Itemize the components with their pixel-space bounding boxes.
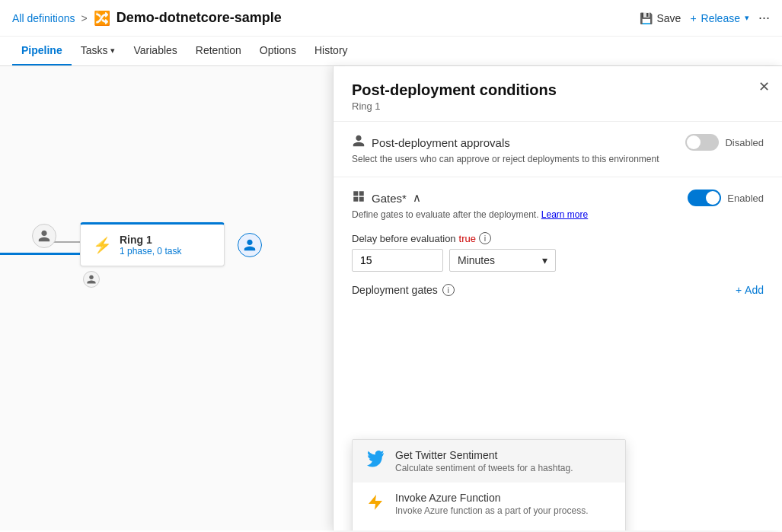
- add-icon: +: [736, 284, 742, 296]
- dropdown-item-azure-function[interactable]: Invoke Azure Function Invoke Azure funct…: [353, 483, 625, 525]
- twitter-desc: Calculate sentiment of tweets for a hash…: [395, 463, 573, 473]
- left-avatar: [32, 224, 56, 248]
- gates-toggle-label: Enabled: [727, 193, 764, 204]
- delay-unit-label: Minutes: [458, 254, 495, 266]
- tab-history[interactable]: History: [305, 37, 357, 65]
- approvals-title: Post-deployment approvals: [352, 134, 510, 151]
- release-button[interactable]: + Release ▾: [690, 12, 749, 24]
- svg-rect-1: [359, 191, 364, 196]
- approvals-section: Post-deployment approvals Disabled Selec…: [334, 122, 782, 177]
- tab-pipeline[interactable]: Pipeline: [12, 37, 72, 65]
- gates-title: Gates* ∧: [352, 190, 421, 206]
- azure-fn-title: Invoke Azure Function: [395, 492, 588, 504]
- release-plus-icon: +: [690, 12, 696, 24]
- deployment-gates-info-icon[interactable]: i: [442, 284, 455, 296]
- node-icon: ⚡: [93, 236, 112, 254]
- page-title: Demo-dotnetcore-sample: [117, 10, 282, 26]
- dropdown-item-rest-api[interactable]: Invoke REST API Invoke REST API as a par…: [353, 525, 625, 530]
- gates-icon: [352, 190, 365, 206]
- main-content: ⚡ Ring 1 1 phase, 0 task ✕ Pos: [0, 66, 782, 530]
- gates-section: Gates* ∧ Enabled Define gates to evaluat…: [334, 177, 782, 308]
- breadcrumb-link[interactable]: All definitions: [12, 12, 75, 24]
- azure-fn-desc: Invoke Azure function as a part of your …: [395, 505, 588, 516]
- pipeline-node-card[interactable]: ⚡ Ring 1 1 phase, 0 task: [80, 222, 225, 266]
- twitter-icon-container: [365, 449, 386, 470]
- breadcrumb-separator: >: [81, 12, 88, 24]
- right-avatar[interactable]: [238, 233, 262, 257]
- approvals-desc: Select the users who can approve or reje…: [352, 154, 764, 164]
- node-label: Ring 1: [120, 234, 181, 246]
- svg-rect-0: [353, 191, 358, 196]
- gates-header: Gates* ∧ Enabled: [352, 190, 764, 206]
- top-bar-right: 💾 Save + Release ▾ ···: [640, 10, 771, 26]
- panel-header: Post-deployment conditions Ring 1: [334, 66, 782, 122]
- azure-fn-item-content: Invoke Azure Function Invoke Azure funct…: [395, 492, 588, 516]
- azure-fn-icon-container: [365, 492, 386, 513]
- tab-variables[interactable]: Variables: [124, 37, 186, 65]
- delay-label: Delay before evaluation true i: [352, 232, 764, 244]
- approvals-icon: [352, 134, 365, 151]
- svg-rect-3: [359, 197, 364, 202]
- delay-field-inputs: Minutes ▾: [352, 249, 764, 272]
- nav-tabs: Pipeline Tasks ▾ Variables Retention Opt…: [0, 37, 782, 66]
- dropdown-item-twitter[interactable]: Get Twitter Sentiment Calculate sentimen…: [353, 440, 625, 483]
- deployment-gates-label: Deployment gates i: [352, 284, 455, 296]
- panel-overlay: ✕ Post-deployment conditions Ring 1 Post…: [333, 66, 782, 530]
- twitter-item-content: Get Twitter Sentiment Calculate sentimen…: [395, 449, 573, 473]
- bottom-avatar: [83, 271, 100, 288]
- approvals-toggle-container: Disabled: [685, 134, 764, 151]
- release-label: Release: [701, 12, 740, 24]
- approvals-toggle-label: Disabled: [725, 137, 764, 148]
- save-icon: 💾: [640, 12, 653, 24]
- svg-rect-2: [353, 197, 358, 202]
- approvals-label: Post-deployment approvals: [372, 136, 510, 149]
- twitter-title: Get Twitter Sentiment: [395, 449, 573, 461]
- node-subtitle: 1 phase, 0 task: [120, 246, 181, 256]
- page-title-icon: 🔀: [94, 10, 110, 27]
- delay-value-input[interactable]: [352, 249, 443, 272]
- delay-required: true: [459, 233, 476, 244]
- tab-retention[interactable]: Retention: [187, 37, 251, 65]
- learn-more-link[interactable]: Learn more: [541, 209, 588, 220]
- panel-close-button[interactable]: ✕: [758, 78, 770, 95]
- delay-unit-arrow: ▾: [542, 254, 547, 266]
- more-options-button[interactable]: ···: [758, 10, 770, 26]
- top-bar-left: All definitions > 🔀 Demo-dotnetcore-samp…: [12, 10, 282, 27]
- gates-label: Gates*: [372, 192, 407, 205]
- top-bar: All definitions > 🔀 Demo-dotnetcore-samp…: [0, 0, 782, 37]
- save-button[interactable]: 💾 Save: [640, 12, 681, 24]
- delay-unit-select[interactable]: Minutes ▾: [449, 249, 556, 272]
- deployment-gates-row: Deployment gates i + Add: [352, 284, 764, 296]
- gates-toggle-thumb: [706, 191, 720, 205]
- gates-toggle[interactable]: [688, 190, 721, 206]
- delay-field-row: Delay before evaluation true i Minutes ▾: [352, 232, 764, 272]
- approvals-toggle-thumb: [687, 135, 701, 149]
- add-gate-button[interactable]: + Add: [736, 284, 764, 296]
- approvals-section-header: Post-deployment approvals Disabled: [352, 134, 764, 151]
- delay-info-icon[interactable]: i: [479, 232, 491, 244]
- node-info: Ring 1 1 phase, 0 task: [120, 234, 181, 256]
- release-chevron-icon: ▾: [745, 13, 749, 23]
- gates-chevron-icon[interactable]: ∧: [413, 191, 421, 205]
- tab-options[interactable]: Options: [251, 37, 305, 65]
- add-label: Add: [745, 284, 764, 296]
- panel-title: Post-deployment conditions: [352, 81, 764, 99]
- dropdown-menu: Get Twitter Sentiment Calculate sentimen…: [352, 439, 626, 530]
- node-bottom-avatars: [80, 271, 225, 288]
- gates-toggle-container: Enabled: [688, 190, 764, 206]
- svg-marker-4: [369, 495, 382, 510]
- save-label: Save: [657, 12, 681, 24]
- tab-tasks-label: Tasks: [81, 44, 108, 56]
- approvals-toggle[interactable]: [685, 134, 719, 151]
- gates-desc: Define gates to evaluate after the deplo…: [352, 209, 764, 220]
- tab-tasks[interactable]: Tasks ▾: [72, 37, 125, 65]
- tasks-chevron-icon: ▾: [110, 46, 115, 56]
- panel-subtitle: Ring 1: [352, 100, 764, 112]
